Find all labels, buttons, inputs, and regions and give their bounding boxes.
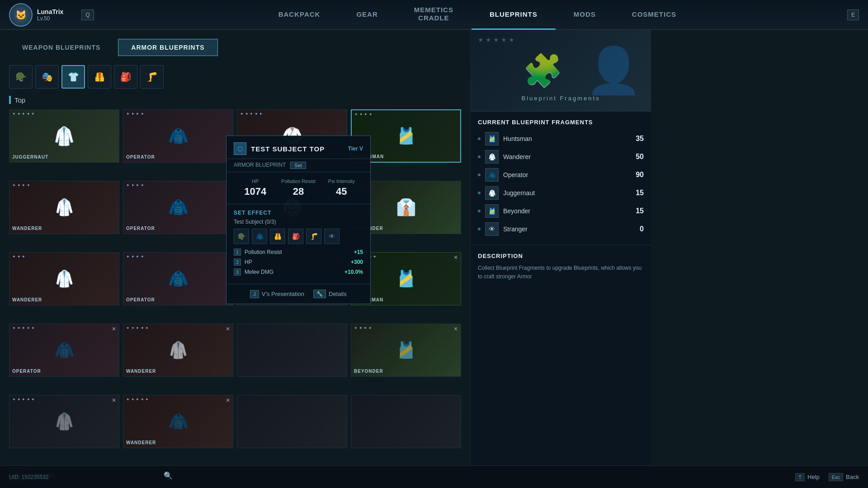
player-level: Lv.50 [37, 15, 63, 22]
back-button[interactable]: Esc Back [829, 473, 859, 481]
set-effect-name-1: Pollution Resist [245, 249, 350, 255]
fragment-info-wanderer: 🥼 Wanderer [478, 150, 531, 164]
grid-item-5[interactable]: ✦ ✦ ✦ ✦ 🧥 OPERATOR [123, 181, 233, 234]
details-label: Details [329, 291, 347, 297]
set-effect-name-2: HP [245, 259, 347, 265]
player-details: LunaTrix Lv.50 [37, 8, 63, 22]
stat-pollution-value: 28 [277, 186, 320, 197]
blueprint-tabs: WEAPON BLUEPRINTS ARMOR BLUEPRINTS [9, 39, 461, 56]
current-blueprint-section: CURRENT BLUEPRINT FRAGMENTS 🎽 Huntsman 3… [471, 112, 651, 245]
fragment-row-juggernaut: 🥼 Juggernaut 15 [478, 186, 644, 200]
set-icon-2[interactable]: 🧥 [252, 229, 267, 244]
tooltip-tier: Tier V [348, 145, 363, 152]
q-button[interactable]: Q [81, 9, 94, 20]
item-label-4: WANDERER [12, 226, 42, 231]
item-label-9: OPERATOR [126, 297, 155, 302]
bullet-stranger [478, 228, 481, 230]
grid-item-12[interactable]: ✦ ✦ ✦ ✦ ✦ ✕ 🧥 OPERATOR [9, 324, 119, 377]
cat-vest[interactable]: 🦺 [88, 65, 111, 89]
tooltip-stats: HP 1074 Pollution Resist 28 Psi Intensit… [226, 172, 370, 204]
grid-item-9[interactable]: ✦ ✦ ✦ ✦ 🧥 OPERATOR [123, 252, 233, 305]
presentation-button[interactable]: J V's Presentation [250, 290, 304, 298]
item-stars-0: ✦ ✦ ✦ ✦ ✦ [12, 112, 35, 116]
grid-item-15[interactable]: ✦ ✦ ✦ ✦ ✕ 🎽 BEYONDER [351, 324, 461, 377]
set-effect-num-3: 3 [234, 268, 241, 276]
tooltip-footer: J V's Presentation 🔧 Details [226, 284, 370, 304]
tab-weapon-blueprints[interactable]: WEAPON BLUEPRINTS [9, 39, 113, 56]
item-img-16: 🥼 [9, 395, 119, 448]
name-stranger: Stranger [503, 225, 528, 233]
tooltip-title-block: TEST SUBJECT TOP [251, 145, 325, 153]
nav-cosmetics[interactable]: COSMETICS [614, 0, 694, 30]
item-label-5: OPERATOR [126, 226, 155, 231]
set-icon-1[interactable]: 🪖 [234, 229, 249, 244]
set-name: Test Subject (0/3) [234, 219, 363, 225]
grid-item-8[interactable]: ✦ ✦ ✦ 🥼 WANDERER [9, 252, 119, 305]
help-button[interactable]: T Help [795, 473, 819, 481]
description-text: Collect Blueprint Fragments to upgrade B… [478, 264, 644, 281]
player-info: 🐱 LunaTrix Lv.50 [9, 3, 63, 27]
details-button[interactable]: 🔧 Details [313, 290, 347, 298]
count-stranger: 0 [640, 225, 644, 233]
item-label-17: WANDERER [126, 440, 156, 445]
count-beyonder: 15 [636, 207, 644, 215]
grid-item-14[interactable] [237, 324, 347, 377]
stat-pollution: Pollution Resist 28 [277, 178, 320, 197]
set-icon-6[interactable]: 👁 [324, 229, 340, 244]
fragment-info-operator: 🧥 Operator [478, 168, 528, 182]
count-juggernaut: 15 [636, 189, 644, 197]
stat-psi: Psi Intensity 45 [320, 178, 363, 197]
cat-helmet[interactable]: 🪖 [9, 65, 33, 89]
cat-legs[interactable]: 🦵 [140, 65, 164, 89]
fragment-title: Blueprint Fragments [471, 95, 651, 102]
right-panel: 👤 ★★★★★ 🧩 Blueprint Fragments CURRENT BL… [470, 30, 651, 488]
nav-items: BACKPACK GEAR MEMETICSCRADLE BLUEPRINTS … [108, 0, 847, 30]
cat-bag[interactable]: 🎒 [114, 65, 137, 89]
fragment-row-stranger: 👁 Stranger 0 [478, 222, 644, 236]
fragment-row-wanderer: 🥼 Wanderer 50 [478, 150, 644, 164]
tooltip-set-effect: SET EFFECT Test Subject (0/3) 🪖 🧥 🦺 🎒 🦵 … [226, 204, 370, 284]
player-avatar: 🐱 [9, 3, 33, 27]
set-icon-4[interactable]: 🎒 [288, 229, 303, 244]
bottom-right-buttons: T Help Esc Back [795, 473, 859, 481]
main-content: WEAPON BLUEPRINTS ARMOR BLUEPRINTS 🪖 🎭 👕… [0, 30, 868, 488]
fragment-row-beyonder: 🎽 Beyonder 15 [478, 204, 644, 218]
bullet-juggernaut [478, 192, 481, 194]
fragment-bg-icon: 👤 [585, 44, 642, 97]
grid-item-13[interactable]: ✦ ✦ ✦ ✦ ✦ ✕ 🥼 WANDERER [123, 324, 233, 377]
item-label-0: JUGGERNAUT [12, 155, 48, 160]
tab-armor-blueprints[interactable]: ARMOR BLUEPRINTS [118, 39, 217, 56]
e-button[interactable]: E [847, 9, 859, 20]
icon-stranger: 👁 [485, 222, 499, 236]
nav-mods[interactable]: MODS [556, 0, 614, 30]
nav-backpack[interactable]: BACKPACK [260, 0, 339, 30]
bullet-wanderer [478, 155, 481, 158]
bottom-bar: UID: 150235532 T Help Esc Back [0, 465, 868, 488]
grid-item-0[interactable]: ✦ ✦ ✦ ✦ ✦ 🥼 JUGGERNAUT [9, 109, 119, 163]
set-effect-num-2: 2 [234, 258, 241, 266]
name-wanderer: Wanderer [503, 153, 531, 160]
grid-item-19[interactable] [351, 395, 461, 448]
nav-gear[interactable]: GEAR [338, 0, 396, 30]
grid-item-16[interactable]: ✦ ✦ ✦ ✦ ✦ ✕ 🥼 [9, 395, 119, 448]
tooltip-item-icon: ⬡ [234, 142, 246, 155]
fragment-puzzle-icon: 🧩 [523, 52, 562, 89]
stat-psi-label: Psi Intensity [320, 178, 363, 184]
nav-blueprints[interactable]: BLUEPRINTS [472, 0, 556, 30]
grid-item-18[interactable] [237, 395, 347, 448]
grid-item-1[interactable]: ✦ ✦ ✦ ✦ 🧥 OPERATOR [123, 109, 233, 163]
cat-mask[interactable]: 🎭 [35, 65, 59, 89]
grid-item-4[interactable]: ✦ ✦ ✦ ✦ 🥼 WANDERER [9, 181, 119, 234]
set-icon-3[interactable]: 🦺 [270, 229, 285, 244]
set-icon-5[interactable]: 🦵 [306, 229, 321, 244]
set-effect-row-2: 2 HP +300 [234, 258, 363, 266]
item-lock-11: ✕ [453, 254, 458, 261]
cat-top[interactable]: 👕 [61, 65, 85, 89]
set-icons: 🪖 🧥 🦺 🎒 🦵 👁 [234, 229, 363, 244]
stat-hp-label: HP [234, 178, 277, 184]
item-label-12: OPERATOR [12, 369, 41, 374]
nav-memetics[interactable]: MEMETICSCRADLE [396, 0, 472, 30]
grid-item-17[interactable]: ✦ ✦ ✦ ✦ ✦ ✕ 🧥 WANDERER [123, 395, 233, 448]
icon-beyonder: 🎽 [485, 204, 499, 218]
set-effect-val-1: +15 [354, 249, 363, 255]
